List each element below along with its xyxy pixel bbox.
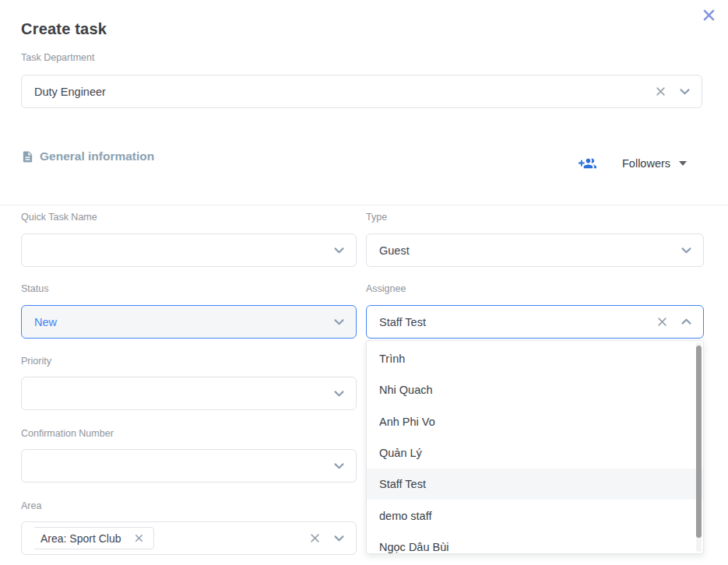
followers-label: Followers — [622, 157, 670, 170]
chevron-down-icon[interactable] — [332, 387, 346, 400]
priority-label: Priority — [21, 356, 51, 367]
assignee-value: Staff Test — [379, 316, 656, 328]
chevron-down-icon[interactable] — [678, 85, 691, 98]
type-label: Type — [366, 212, 387, 223]
page-title: Create task — [21, 20, 107, 38]
chevron-down-icon[interactable] — [332, 459, 346, 472]
area-chip[interactable]: Area: Sport Club — [34, 527, 154, 549]
scrollbar-thumb[interactable] — [696, 346, 702, 538]
assignee-select[interactable]: Staff Test — [366, 305, 704, 339]
assignee-option[interactable]: demo staff — [367, 500, 703, 531]
status-select[interactable]: New — [21, 305, 357, 339]
area-label: Area — [21, 500, 41, 511]
close-icon[interactable] — [700, 6, 717, 23]
chevron-down-icon[interactable] — [680, 244, 693, 257]
assignee-option-selected[interactable]: Staff Test — [367, 468, 703, 500]
status-label: Status — [21, 283, 48, 294]
task-department-value: Duty Engineer — [34, 86, 655, 98]
status-value: New — [34, 316, 332, 328]
chevron-up-icon[interactable] — [680, 315, 693, 328]
caret-down-icon — [679, 161, 687, 166]
assignee-option[interactable]: Nhi Quach — [367, 374, 703, 405]
clear-icon[interactable] — [309, 532, 321, 544]
priority-select[interactable] — [21, 377, 357, 410]
task-department-select[interactable]: Duty Engineer — [21, 75, 702, 108]
confirmation-number-label: Confirmation Number — [21, 428, 114, 439]
document-icon — [21, 150, 34, 163]
create-task-modal: Create task Task Department Duty Enginee… — [0, 0, 728, 565]
clear-icon[interactable] — [655, 86, 666, 97]
chevron-down-icon[interactable] — [332, 532, 346, 545]
area-select[interactable]: Area: Sport Club — [21, 521, 357, 555]
add-followers-icon[interactable] — [577, 155, 599, 174]
area-chip-value: Area: Sport Club — [40, 532, 121, 545]
type-value: Guest — [379, 244, 680, 257]
followers-dropdown-button[interactable]: Followers — [622, 157, 687, 170]
assignee-option[interactable]: Quản Lý — [367, 437, 703, 468]
general-information-section: General information — [21, 149, 154, 163]
assignee-option[interactable]: Anh Phi Vo — [367, 406, 703, 437]
task-department-label: Task Department — [21, 52, 94, 63]
assignee-label: Assignee — [366, 283, 406, 294]
assignee-option[interactable]: Trình — [367, 343, 703, 374]
quick-task-name-select[interactable] — [21, 233, 357, 267]
section-divider — [0, 205, 728, 205]
clear-icon[interactable] — [656, 316, 668, 328]
section-title: General information — [40, 149, 154, 163]
assignee-options-list: Trình Nhi Quach Anh Phi Vo Quản Lý Staff… — [366, 340, 704, 554]
chevron-down-icon[interactable] — [332, 244, 346, 257]
confirmation-number-select[interactable] — [21, 449, 357, 483]
remove-chip-icon[interactable] — [134, 533, 144, 543]
assignee-option[interactable]: Ngọc Dâu Bùi — [367, 532, 703, 554]
chevron-down-icon[interactable] — [332, 315, 346, 328]
quick-task-name-label: Quick Task Name — [21, 212, 97, 223]
type-select[interactable]: Guest — [366, 233, 704, 267]
